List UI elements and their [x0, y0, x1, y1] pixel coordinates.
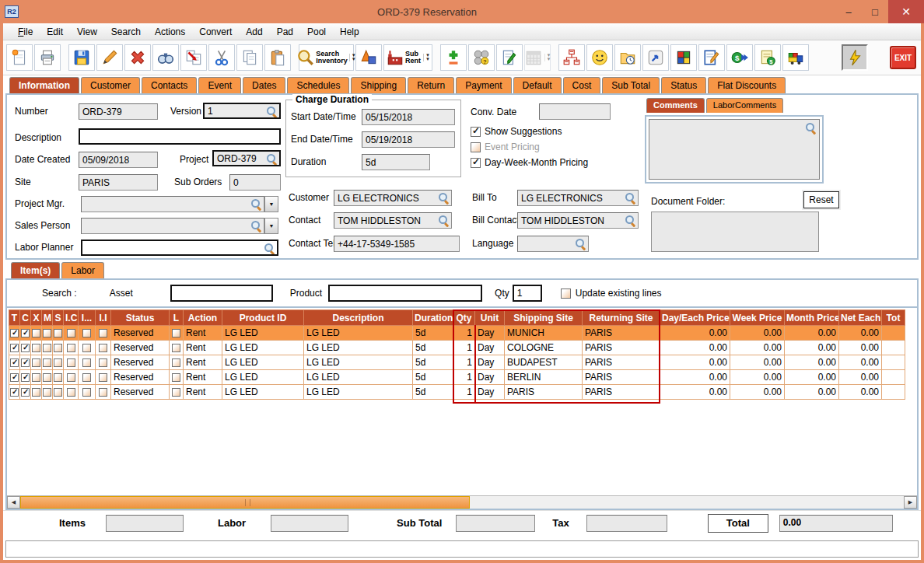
contact-tel-field[interactable]: +44-17-5349-1585	[334, 236, 460, 252]
toolbar-paste-button[interactable]	[264, 44, 291, 71]
toolbar-assemblies-cube-button[interactable]	[670, 44, 697, 71]
customer-field[interactable]: LG ELECTRONICS	[334, 190, 452, 206]
cell-shipping-site[interactable]: PARIS	[505, 385, 583, 400]
cell-i-c[interactable]	[64, 385, 79, 400]
cell-unit[interactable]: Day	[475, 370, 505, 385]
tab-shipping[interactable]: Shipping	[351, 77, 406, 93]
toolbar-edit-notes-button[interactable]	[698, 44, 725, 71]
toolbar-search-inventory-button[interactable]: Search Inventory▼▼	[299, 44, 354, 71]
language-field[interactable]	[517, 236, 589, 252]
row-s-checkbox[interactable]	[54, 373, 62, 382]
row-i-checkbox[interactable]	[82, 329, 91, 337]
search-icon[interactable]	[625, 192, 636, 204]
show-suggestions-checkbox[interactable]	[471, 127, 481, 137]
cell-duration[interactable]: 5d	[413, 326, 453, 341]
row-t-checkbox[interactable]	[10, 358, 19, 367]
menu-search[interactable]: Search	[104, 25, 148, 39]
cell-c[interactable]	[20, 355, 31, 370]
cell-returning-site[interactable]: PARIS	[583, 370, 660, 385]
tab-flat-discounts[interactable]: Flat Discounts	[708, 77, 786, 93]
column-header-i-c[interactable]: I.C	[64, 310, 79, 326]
cell-s[interactable]	[53, 355, 64, 370]
row-c-checkbox[interactable]	[21, 358, 30, 367]
cell-day-each-price[interactable]: 0.00	[660, 370, 730, 385]
cell-tot[interactable]	[882, 385, 905, 400]
cell-action[interactable]: Rent	[184, 355, 222, 370]
cell-i-c[interactable]	[64, 355, 79, 370]
cell-i[interactable]	[79, 341, 96, 355]
project-mgr-dropdown[interactable]: ▼	[264, 196, 278, 212]
site-field[interactable]: PARIS	[79, 174, 158, 191]
row-m-checkbox[interactable]	[43, 373, 51, 382]
column-header-qty[interactable]: Qty	[453, 310, 475, 326]
toolbar-launch-key-button[interactable]	[642, 44, 669, 71]
horizontal-scrollbar[interactable]: ◀ ▶	[7, 495, 917, 509]
cell-l[interactable]	[170, 355, 184, 370]
cell-c[interactable]	[20, 341, 31, 355]
row-x-checkbox[interactable]	[32, 329, 40, 337]
cell-s[interactable]	[53, 341, 64, 355]
search-icon[interactable]	[250, 220, 262, 232]
cell-month-price[interactable]: 0.00	[785, 355, 839, 370]
row-i-checkbox[interactable]	[82, 358, 91, 367]
row-x-checkbox[interactable]	[32, 388, 40, 397]
items-total-field[interactable]	[106, 515, 184, 532]
menu-file[interactable]: File	[11, 25, 40, 39]
tab-default[interactable]: Default	[513, 77, 562, 93]
cell-t[interactable]	[9, 370, 20, 385]
dropdown-arrows-icon[interactable]: ▼▼	[423, 54, 430, 61]
row-l-checkbox[interactable]	[172, 388, 180, 397]
row-c-checkbox[interactable]	[21, 344, 30, 352]
cell-i[interactable]	[79, 370, 96, 385]
contact-field[interactable]: TOM HIDDLESTON	[334, 212, 452, 229]
table-row[interactable]: ReservedRentLG LEDLG LED5d1DayBERLINPARI…	[9, 370, 905, 385]
bill-to-field[interactable]: LG ELECTRONICS	[517, 190, 639, 206]
row-m-checkbox[interactable]	[43, 329, 51, 337]
column-header-duration[interactable]: Duration	[413, 310, 453, 326]
row-t-checkbox[interactable]	[10, 344, 19, 352]
cell-l[interactable]	[170, 385, 184, 400]
row-i-i-checkbox[interactable]	[99, 344, 107, 352]
row-i-c-checkbox[interactable]	[67, 344, 75, 352]
toolbar-transfer-truck-button[interactable]	[782, 44, 809, 71]
cell-i[interactable]	[79, 326, 96, 341]
labor-total-field[interactable]	[271, 515, 348, 532]
cell-month-price[interactable]: 0.00	[785, 385, 839, 400]
cell-tot[interactable]	[882, 326, 905, 341]
minimize-button[interactable]: –	[835, 0, 862, 23]
cell-i-i[interactable]	[96, 341, 111, 355]
cell-action[interactable]: Rent	[184, 385, 222, 400]
row-x-checkbox[interactable]	[32, 358, 40, 367]
row-m-checkbox[interactable]	[43, 344, 51, 352]
comments-tab-comments[interactable]: Comments	[646, 98, 705, 113]
cell-month-price[interactable]: 0.00	[785, 370, 839, 385]
cell-c[interactable]	[20, 326, 31, 341]
comments-tab-laborcomments[interactable]: LaborComments	[706, 98, 783, 113]
cell-description[interactable]: LG LED	[304, 385, 413, 400]
scrollbar-track[interactable]	[470, 496, 904, 509]
cell-c[interactable]	[20, 385, 31, 400]
menu-add[interactable]: Add	[239, 25, 269, 39]
row-x-checkbox[interactable]	[32, 373, 40, 382]
search-icon[interactable]	[805, 122, 817, 134]
row-s-checkbox[interactable]	[54, 344, 62, 352]
cell-net-each[interactable]: 0.00	[839, 385, 882, 400]
cell-i-c[interactable]	[64, 370, 79, 385]
menu-help[interactable]: Help	[333, 25, 366, 39]
toolbar-copy-button[interactable]	[236, 44, 263, 71]
cell-day-each-price[interactable]: 0.00	[660, 326, 730, 341]
product-input[interactable]	[328, 285, 482, 302]
cell-action[interactable]: Rent	[184, 370, 222, 385]
cell-unit[interactable]: Day	[475, 355, 505, 370]
row-t-checkbox[interactable]	[10, 329, 19, 337]
cell-duration[interactable]: 5d	[413, 370, 453, 385]
cell-net-each[interactable]: 0.00	[839, 355, 882, 370]
cell-status[interactable]: Reserved	[111, 385, 170, 400]
column-header-m[interactable]: M	[42, 310, 53, 326]
cell-week-price[interactable]: 0.00	[730, 370, 785, 385]
cell-i[interactable]	[79, 385, 96, 400]
cell-x[interactable]	[31, 355, 42, 370]
menu-pool[interactable]: Pool	[300, 25, 333, 39]
toolbar-cut-button[interactable]	[208, 44, 235, 71]
version-field[interactable]: 1	[203, 103, 281, 119]
